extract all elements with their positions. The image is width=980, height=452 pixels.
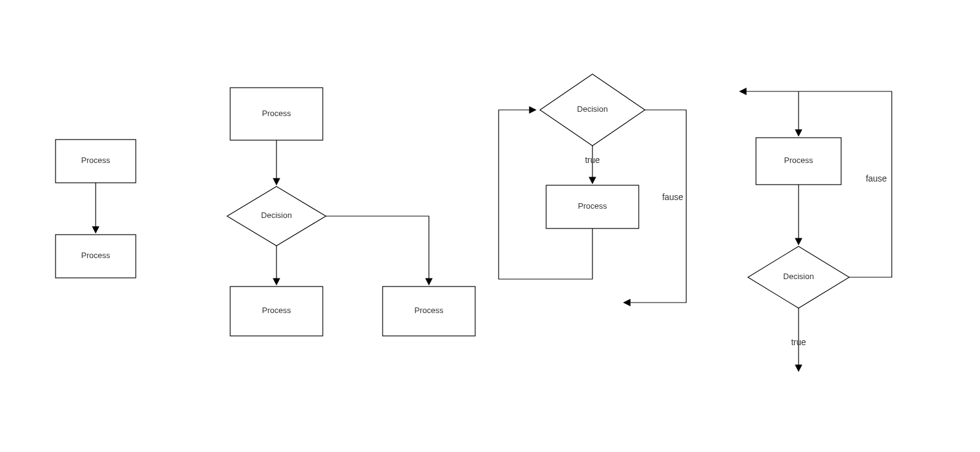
edge-label-false: fause: [866, 174, 887, 183]
process-label: Process: [262, 306, 291, 315]
process-label: Process: [784, 156, 813, 165]
diagram-while-loop: Decision true Process fause: [499, 74, 686, 303]
edge-label-true: true: [585, 155, 600, 165]
process-label: Process: [81, 156, 110, 165]
process-label: Process: [262, 109, 291, 118]
process-label: Process: [81, 251, 110, 260]
diagram-branch: Process Decision Process Process: [227, 88, 475, 336]
process-label: Process: [578, 201, 607, 211]
process-label: Process: [415, 306, 444, 315]
decision-label: Decision: [261, 211, 292, 220]
edge-label-false: fause: [662, 192, 683, 202]
diagram-sequence: Process Process: [56, 140, 136, 278]
diagram-do-while-loop: Process Decision fause true: [741, 91, 892, 370]
decision-label: Decision: [577, 104, 608, 114]
edge-label-true: true: [791, 337, 806, 347]
flowchart-canvas: Process Process Process Decision Process…: [0, 0, 980, 452]
decision-label: Decision: [783, 272, 814, 281]
arrow-right-down: [326, 216, 429, 284]
